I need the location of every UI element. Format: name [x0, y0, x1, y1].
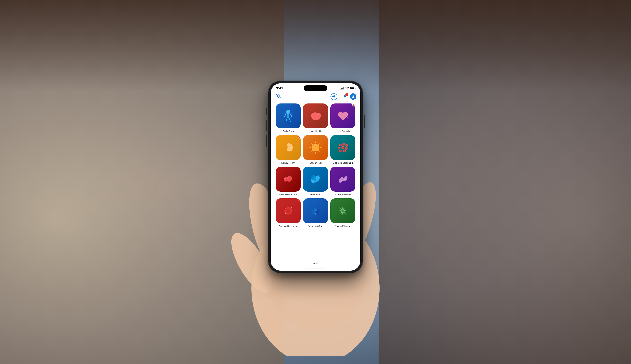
grid-item-heart-labs[interactable]: Heart Health Labs [276, 167, 301, 196]
svg-point-42 [340, 144, 341, 146]
battery-icon [350, 87, 355, 89]
body-scan-label: Body Scan [283, 130, 294, 133]
svg-line-67 [291, 207, 292, 208]
status-time: 9:41 [276, 86, 283, 90]
svg-point-35 [321, 147, 322, 148]
notification-badge: 2 [345, 93, 348, 96]
covid-test-label: COVID Test [309, 162, 321, 164]
anemia-bg [276, 198, 301, 223]
liver-health-label: Liver Health [309, 130, 322, 133]
anemia-icon-wrap: 1 [276, 198, 301, 223]
thyroid-bg [330, 198, 355, 223]
dot-page-1[interactable] [313, 262, 315, 264]
grid-item-anemia[interactable]: 1 Anemia Screening [276, 198, 301, 228]
home-indicator [271, 266, 360, 271]
svg-point-44 [343, 144, 344, 145]
grid-item-liver-health[interactable]: Liver Health [303, 104, 328, 133]
followup-icon-wrap [303, 198, 328, 223]
svg-point-33 [315, 141, 316, 142]
kidney-badge: 1 [298, 135, 301, 138]
header-right: 2 [331, 93, 356, 100]
grid-row-4: 1 Anemia Screening [274, 198, 357, 228]
svg-point-22 [289, 146, 291, 147]
svg-line-69 [291, 214, 292, 214]
dot-page-2[interactable] [316, 262, 318, 264]
mute-button[interactable] [266, 108, 267, 115]
grid-item-followup[interactable]: Follow-up Care [303, 198, 328, 228]
svg-point-77 [291, 214, 292, 215]
svg-point-24 [313, 145, 318, 150]
svg-point-12 [352, 96, 354, 97]
svg-point-85 [311, 209, 313, 212]
body-scan-bg [276, 104, 301, 128]
thyroid-label: Thyroid Testing [335, 225, 350, 228]
svg-point-62 [318, 176, 319, 177]
hand-area: 9:41 [198, 22, 433, 342]
svg-point-38 [311, 151, 312, 152]
power-button[interactable] [364, 114, 365, 128]
heart-labs-bg [276, 167, 301, 192]
kidney-health-label: Kidney Health [281, 162, 295, 164]
phone-frame: 9:41 [268, 81, 363, 273]
scene-container: 9:41 [198, 22, 433, 342]
svg-line-26 [319, 144, 319, 144]
covid-test-icon-wrap [303, 135, 328, 160]
svg-point-80 [283, 210, 284, 211]
person-icon [351, 95, 355, 98]
anemia-label: Anemia Screening [279, 225, 297, 228]
svg-point-79 [284, 214, 285, 215]
diabetes-label: Diabetes Screening [333, 162, 353, 164]
diabetes-icon-wrap [330, 135, 355, 160]
svg-point-48 [338, 148, 340, 149]
grid-item-diabetes[interactable]: Diabetes Screening [330, 135, 355, 164]
grid-item-heart-sounds[interactable]: 1 Heart Sounds [330, 104, 355, 133]
svg-point-50 [342, 147, 344, 148]
svg-point-63 [312, 181, 313, 183]
volume-down-button[interactable] [266, 135, 267, 146]
heart-labs-icon-wrap [276, 167, 301, 192]
svg-point-8 [347, 89, 348, 89]
svg-line-28 [319, 151, 319, 152]
phone-screen: 9:41 [271, 83, 360, 271]
volume-up-button[interactable] [266, 120, 267, 132]
page-dots [271, 261, 360, 266]
svg-point-56 [344, 150, 345, 152]
covid-bg [303, 135, 328, 160]
signal-icon [340, 87, 344, 90]
heart-sounds-bg [330, 104, 355, 128]
svg-line-73 [285, 207, 285, 208]
grid-item-covid-test[interactable]: COVID Test [303, 135, 328, 164]
user-avatar[interactable] [350, 93, 356, 100]
svg-point-74 [288, 205, 289, 206]
svg-point-34 [319, 143, 320, 144]
app-logo [275, 93, 282, 100]
grid-item-thyroid[interactable]: Thyroid Testing [330, 198, 355, 228]
heart-labs-label: Heart Health Labs [279, 193, 297, 196]
blood-pressure-icon-wrap [330, 167, 355, 192]
wifi-icon [346, 87, 349, 89]
followup-label: Follow-up Care [308, 225, 323, 228]
notification-button[interactable]: 2 [341, 93, 348, 100]
svg-line-71 [285, 214, 285, 214]
home-bar [305, 268, 326, 268]
svg-point-36 [319, 151, 320, 152]
grid-item-medications[interactable]: Medications [303, 167, 328, 196]
body-scan-icon-wrap [276, 104, 301, 128]
blood-pressure-bg [330, 167, 355, 192]
grid-item-blood-pressure[interactable]: Blood Pressure [330, 167, 355, 196]
medications-bg [303, 167, 328, 192]
svg-point-46 [346, 145, 347, 146]
svg-point-58 [289, 179, 291, 180]
svg-point-81 [284, 206, 285, 208]
liver-health-icon-wrap [303, 104, 328, 128]
svg-point-13 [286, 110, 290, 114]
grid-item-kidney-health[interactable]: 1 Kidney Health [276, 135, 301, 164]
svg-line-32 [312, 144, 312, 144]
grid-item-body-scan[interactable]: Body Scan [276, 104, 301, 133]
add-button[interactable] [331, 93, 337, 100]
svg-rect-14 [287, 114, 289, 118]
kidney-bg [276, 135, 301, 160]
svg-point-37 [315, 153, 316, 154]
medications-icon-wrap [303, 167, 328, 192]
heart-sounds-label: Heart Sounds [336, 130, 350, 133]
